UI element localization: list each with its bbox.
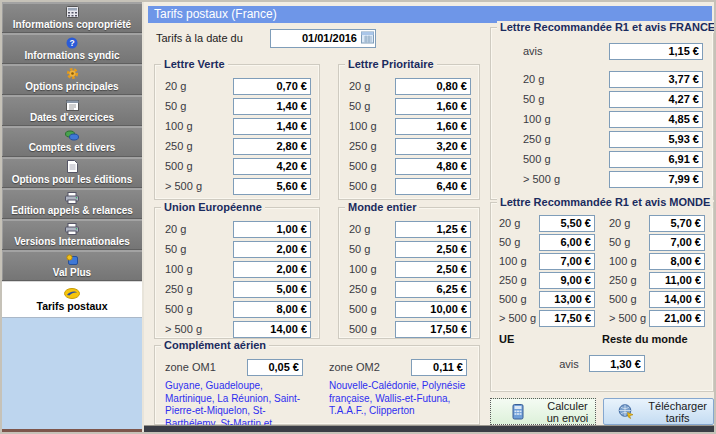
printer-icon	[65, 192, 79, 204]
tariff-input[interactable]	[395, 221, 471, 238]
tariff-input[interactable]	[233, 158, 311, 175]
zone: zone OM1 Guyane, Guadeloupe, Martinique,…	[165, 359, 303, 434]
tariff-input[interactable]	[395, 78, 471, 95]
tariff-input[interactable]	[395, 261, 471, 278]
sidebar-item-dates-exercices[interactable]: Dates d'exercices	[2, 95, 142, 126]
avis-input[interactable]	[589, 355, 645, 372]
weight-label: 250 g	[165, 140, 193, 152]
group-lettre-prioritaire: Lettre Prioritaire 20 g 50 g 100 g	[338, 64, 480, 200]
sidebar-item-label: Informations copropriété	[13, 19, 131, 30]
sidebar-bottom-edge	[2, 429, 142, 432]
weight-label: 500 g	[165, 160, 193, 172]
tariff-input[interactable]	[609, 131, 703, 148]
sidebar-item-informations-copropriete[interactable]: Informations copropriété	[2, 2, 142, 33]
calculer-envoi-button[interactable]: Calculer un envoi	[490, 398, 596, 425]
sidebar-item-label: Tarifs postaux	[37, 300, 108, 312]
calendar-picker-icon[interactable]	[361, 31, 374, 44]
tariff-input[interactable]	[649, 253, 705, 270]
tariff-input[interactable]	[233, 261, 311, 278]
weight-label: 50 g	[349, 100, 370, 112]
france-inner: avis 20 g 50 g	[491, 28, 713, 187]
sidebar-item-comptes-et-divers[interactable]: Comptes et divers	[2, 126, 142, 157]
weight-label: 250 g	[499, 274, 527, 286]
calculator-device-icon	[497, 404, 540, 420]
tariff-input[interactable]	[395, 281, 471, 298]
tariff-input[interactable]	[233, 281, 311, 298]
sidebar-item-label: Comptes et divers	[29, 142, 116, 153]
sidebar-item-val-plus[interactable]: Val Plus	[2, 250, 142, 281]
tariff-input[interactable]	[233, 301, 311, 318]
sidebar-item-label: Val Plus	[53, 267, 91, 278]
tariff-input[interactable]	[649, 272, 705, 289]
group-title: Lettre Recommandée R1 et avis MONDE	[497, 196, 713, 208]
tariff-input[interactable]	[395, 118, 471, 135]
group-title: Complément aérien	[161, 339, 269, 351]
tariff-input[interactable]	[233, 118, 311, 135]
tariff-input[interactable]	[395, 321, 471, 338]
telecharger-tarifs-button[interactable]: Télécharger tarifs	[603, 398, 714, 425]
sidebar-item-options-principales[interactable]: Options principales	[2, 64, 142, 95]
tariff-input[interactable]	[609, 71, 703, 88]
sidebar-item-informations-syndic[interactable]: ? Informations syndic	[2, 33, 142, 64]
tariff-row: 50 g	[349, 241, 471, 257]
avis-row: avis	[491, 355, 713, 372]
tariff-input[interactable]	[649, 291, 705, 308]
tariff-input[interactable]	[649, 310, 705, 327]
avis-input[interactable]	[609, 43, 703, 60]
tariff-input[interactable]	[233, 98, 311, 115]
tariff-row: 100 g	[165, 261, 311, 277]
tariff-row: > 500 g	[165, 321, 311, 337]
tariff-input[interactable]	[233, 78, 311, 95]
tariff-input[interactable]	[395, 178, 471, 195]
weight-label: 500 g	[349, 323, 377, 335]
group-lettre-verte: Lettre Verte 20 g 50 g 100 g	[154, 64, 320, 200]
tariff-input[interactable]	[539, 272, 595, 289]
sidebar-item-edition-appels-relances[interactable]: Edition appels & relances	[2, 188, 142, 219]
sidebar-item-tarifs-postaux[interactable]: Tarifs postaux	[2, 281, 142, 318]
tariff-input[interactable]	[395, 301, 471, 318]
tariff-input[interactable]	[233, 138, 311, 155]
tariff-input[interactable]	[233, 178, 311, 195]
monde-columns: 20 g 50 g 100 g	[491, 203, 713, 326]
tariff-input[interactable]	[609, 111, 703, 128]
zone-input[interactable]	[247, 359, 303, 376]
tariff-row: 50 g	[609, 234, 705, 250]
weight-label: 20 g	[499, 217, 520, 229]
laposte-icon	[64, 288, 80, 299]
tariff-input[interactable]	[233, 241, 311, 258]
main-panel: Tarifs postaux (France) Tarifs à la date…	[144, 2, 714, 432]
sidebar-item-options-editions[interactable]: Options pour les éditions	[2, 157, 142, 188]
zone-input[interactable]	[411, 359, 467, 376]
weight-label: 100 g	[609, 255, 637, 267]
tariff-input[interactable]	[609, 151, 703, 168]
tariff-row: > 500 g	[523, 171, 703, 187]
tariff-input[interactable]	[539, 234, 595, 251]
monde-reste-rows: 20 g 50 g 100 g	[609, 215, 705, 326]
weight-label: > 500 g	[165, 323, 202, 335]
zone-row: zone OM1	[165, 359, 303, 375]
tariff-input[interactable]	[233, 321, 311, 338]
tariff-input[interactable]	[395, 158, 471, 175]
weight-label: > 500 g	[165, 180, 202, 192]
tariff-input[interactable]	[539, 253, 595, 270]
tariff-input[interactable]	[395, 241, 471, 258]
tariff-input[interactable]	[609, 171, 703, 188]
tariff-input[interactable]	[395, 98, 471, 115]
calendar-icon	[66, 99, 79, 111]
tariff-input[interactable]	[649, 215, 705, 232]
tariff-rows: 20 g 50 g 100 g 250 g	[155, 208, 319, 337]
tariff-input[interactable]	[649, 234, 705, 251]
tariff-input[interactable]	[539, 291, 595, 308]
weight-label: 250 g	[523, 133, 551, 145]
tariff-input[interactable]	[233, 221, 311, 238]
tariff-row: 500 g	[165, 158, 311, 174]
button-label: Télécharger tarifs	[648, 400, 707, 424]
tariff-input[interactable]	[539, 310, 595, 327]
tariff-input[interactable]	[609, 91, 703, 108]
tariff-input[interactable]	[539, 215, 595, 232]
tariff-row: 500 g	[349, 178, 471, 194]
tariff-input[interactable]	[395, 138, 471, 155]
sidebar-item-versions-internationales[interactable]: Versions Internationales	[2, 219, 142, 250]
tariff-row: 500 g	[609, 291, 705, 307]
printer-icon	[65, 223, 79, 235]
